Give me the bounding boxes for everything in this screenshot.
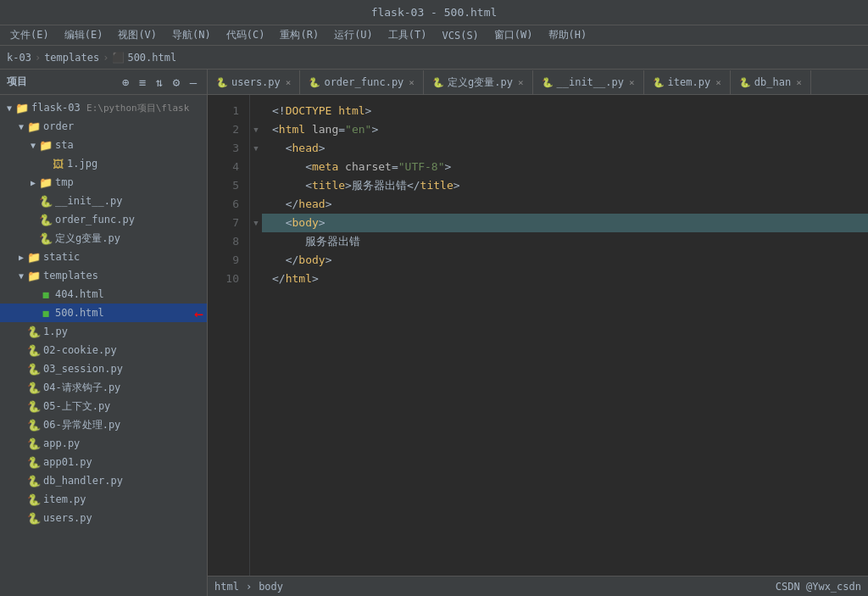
menu-item-VCSS[interactable]: VCS(S) (436, 28, 486, 43)
code-line-1: <!DOCTYPE html> (262, 102, 868, 120)
line-num-2: 2 (232, 120, 249, 139)
main-layout: 项目 ⊕ ≡ ⇅ ⚙ – ▼ 📁 flask-03 E:\python项目\fl… (0, 70, 868, 596)
sidebar-icon-collapse[interactable]: – (186, 75, 200, 89)
code-line-3: <head> (262, 139, 868, 158)
tree-label-apppy: app.py (43, 437, 80, 449)
tab-label-init: __init__.py (557, 76, 624, 88)
tab-close-db-han[interactable]: × (796, 77, 802, 88)
tab-ding-g[interactable]: 🐍 定义g变量.py × (424, 70, 533, 94)
breadcrumb: k-03 › templates › ⬛ 500.html (0, 46, 868, 70)
status-credit: CSDN @Ywx_csdn (776, 581, 861, 593)
tab-label-db-han: db_han (754, 76, 791, 88)
py-06err-icon: 🐍 (27, 418, 41, 432)
tree-item-apppy[interactable]: 🐍 app.py (0, 434, 207, 453)
menu-item-T[interactable]: 工具(T) (381, 26, 434, 44)
tab-item[interactable]: 🐍 item.py × (644, 70, 731, 94)
code-editor[interactable]: 1 2 3 4 5 6 7 8 9 10 ▼ ▼ ▼ (208, 95, 868, 576)
tab-close-init[interactable]: × (629, 77, 635, 88)
fold-icon-2[interactable]: ▼ (253, 125, 258, 134)
tab-init[interactable]: 🐍 __init__.py × (533, 70, 644, 94)
tree-label-itempy: item.py (43, 493, 86, 505)
sidebar-icon-add[interactable]: ⊕ (119, 75, 132, 89)
status-bar: html › body CSDN @Ywx_csdn (208, 576, 868, 596)
tree-item-userspy[interactable]: 🐍 users.py (0, 509, 207, 527)
tree-item-500html[interactable]: ◼ 500.html ← (0, 304, 207, 322)
gutter-2[interactable]: ▼ (250, 120, 262, 139)
tree-label-sta: sta (55, 139, 74, 151)
tab-label-users: users.py (231, 76, 281, 88)
menu-item-U[interactable]: 运行(U) (327, 26, 380, 44)
code-content[interactable]: <!DOCTYPE html> <html lang="en"> <head> … (262, 95, 868, 576)
tab-close-users[interactable]: × (286, 77, 292, 88)
tab-users[interactable]: 🐍 users.py × (208, 70, 300, 94)
tab-close-item[interactable]: × (715, 77, 721, 88)
breadcrumb-file[interactable]: ⬛ 500.html (112, 52, 176, 64)
tab-label-ding-g: 定义g变量.py (448, 75, 513, 90)
tab-label-item: item.py (668, 76, 711, 88)
code-line-6: </head> (262, 195, 868, 214)
sidebar-icon-list[interactable]: ≡ (136, 75, 149, 89)
py-db-handler-icon: 🐍 (27, 474, 41, 487)
tree-item-1jpg[interactable]: 🖼 1.jpg (0, 154, 207, 173)
gutter-1 (250, 102, 262, 120)
menu-item-H[interactable]: 帮助(H) (542, 26, 594, 44)
fold-icon-3[interactable]: ▼ (253, 144, 258, 153)
code-line-4: <meta charset="UTF-8"> (262, 158, 868, 176)
py-1-icon: 🐍 (27, 325, 41, 338)
tree-item-05ctx[interactable]: 🐍 05-上下文.py (0, 397, 207, 415)
sidebar-icon-settings[interactable]: ⚙ (170, 75, 183, 89)
breadcrumb-project[interactable]: k-03 (7, 52, 31, 64)
tree-item-order[interactable]: ▼ 📁 order (0, 117, 207, 136)
gutter-4 (250, 158, 262, 176)
project-icon: 📁 (15, 101, 29, 114)
gutter-7[interactable]: ▼ (250, 214, 262, 232)
tree-item-03session[interactable]: 🐍 03_session.py (0, 359, 207, 378)
tab-close-order-func[interactable]: × (409, 77, 415, 88)
tree-label-1py: 1.py (43, 326, 68, 337)
menu-item-E[interactable]: 文件(E) (3, 26, 56, 44)
sidebar-icon-sort[interactable]: ⇅ (153, 75, 166, 89)
tree-item-db-handler[interactable]: 🐍 db_handler.py (0, 471, 207, 490)
menu-item-E[interactable]: 编辑(E) (58, 26, 110, 44)
tree-item-ding-g[interactable]: 🐍 定义g变量.py (0, 229, 207, 248)
py-02cookie-icon: 🐍 (27, 343, 41, 357)
py-init-icon: 🐍 (39, 194, 53, 208)
py-app-icon: 🐍 (27, 437, 41, 450)
tab-db-han[interactable]: 🐍 db_han × (731, 70, 811, 94)
tab-close-ding-g[interactable]: × (518, 77, 524, 88)
sidebar-title: 项目 (7, 75, 115, 89)
status-left: html › body (214, 581, 283, 593)
gutter-3[interactable]: ▼ (250, 139, 262, 158)
tree-item-404html[interactable]: ◼ 404.html (0, 285, 207, 304)
tree-item-sta[interactable]: ▼ 📁 sta (0, 136, 207, 154)
gutter-10 (250, 270, 262, 288)
tree-item-04req[interactable]: 🐍 04-请求钩子.py (0, 378, 207, 397)
tree-item-itempy[interactable]: 🐍 item.py (0, 490, 207, 509)
menu-item-C[interactable]: 代码(C) (220, 26, 272, 44)
line-num-5: 5 (232, 176, 249, 195)
status-html: html (214, 581, 239, 593)
title-bar: flask-03 - 500.html (0, 0, 868, 25)
tree-item-1py[interactable]: 🐍 1.py (0, 322, 207, 341)
breadcrumb-templates[interactable]: templates (44, 52, 99, 64)
menu-item-W[interactable]: 窗口(W) (487, 26, 540, 44)
tree-item-app01py[interactable]: 🐍 app01.py (0, 453, 207, 471)
tree-item-flask03[interactable]: ▼ 📁 flask-03 E:\python项目\flask (0, 98, 207, 117)
tree-arrow-tmp: ▶ (27, 176, 39, 188)
tree-item-static[interactable]: ▶ 📁 static (0, 248, 207, 266)
tree-item-06err[interactable]: 🐍 06-异常处理.py (0, 415, 207, 434)
menu-item-V[interactable]: 视图(V) (111, 26, 164, 44)
tree-item-tmp[interactable]: ▶ 📁 tmp (0, 173, 207, 192)
tree-item-init[interactable]: 🐍 __init__.py (0, 192, 207, 210)
tab-order-func[interactable]: 🐍 order_func.py × (300, 70, 424, 94)
fold-icon-7[interactable]: ▼ (253, 219, 258, 227)
tree-item-02cookie[interactable]: 🐍 02-cookie.py (0, 341, 207, 359)
tab-py-icon-init: 🐍 (542, 77, 554, 88)
tree-arrow-flask03: ▼ (3, 102, 15, 114)
status-sep-1: › (246, 581, 252, 593)
menu-item-N[interactable]: 导航(N) (165, 26, 218, 44)
tree-item-templates[interactable]: ▼ 📁 templates (0, 266, 207, 285)
tree-item-order-func[interactable]: 🐍 order_func.py (0, 210, 207, 229)
folder-sta-icon: 📁 (39, 138, 53, 152)
menu-item-R[interactable]: 重构(R) (273, 26, 326, 44)
